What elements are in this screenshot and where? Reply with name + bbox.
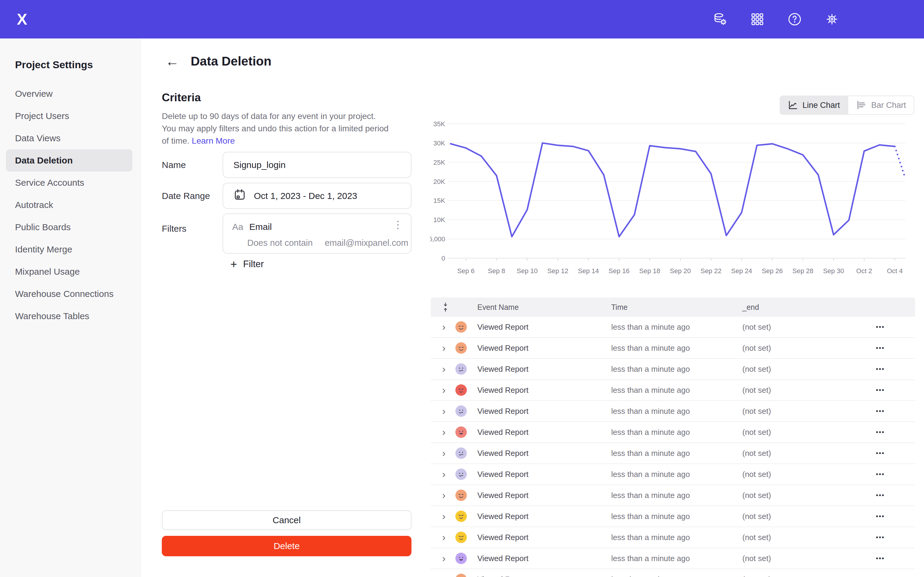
row-expand-chevron-icon[interactable]: › [442,406,446,416]
row-expand-chevron-icon[interactable]: › [442,490,446,500]
event-name-cell: Viewed Report [477,491,528,500]
event-name-cell: Viewed Report [477,575,528,577]
user-avatar [456,342,467,354]
row-expand-chevron-icon[interactable]: › [442,532,446,542]
row-actions-kebab-icon[interactable]: ••• [876,449,885,457]
filter-operator[interactable]: Does not contain [247,238,313,248]
time-cell: less than a minute ago [611,364,690,374]
row-expand-chevron-icon[interactable]: › [442,427,446,437]
date-range-value: Oct 1, 2023 - Dec 1, 2023 [254,191,357,201]
table-row[interactable]: ›Viewed Reportless than a minute ago(not… [431,527,915,548]
add-filter-label: Filter [243,259,264,269]
row-actions-kebab-icon[interactable]: ••• [876,470,885,478]
end-cell: (not set) [742,512,771,521]
plus-icon: + [230,258,237,270]
row-actions-kebab-icon[interactable]: ••• [876,575,885,577]
sidebar-item-identity-merge[interactable]: Identity Merge [6,238,132,261]
table-row[interactable]: ›Viewed Reportless than a minute ago(not… [431,401,915,422]
row-expand-chevron-icon[interactable]: › [442,448,446,458]
events-table: Event Name Time _end ›Viewed Reportless … [431,298,915,577]
time-cell: less than a minute ago [611,449,690,458]
filters-row: Filters Aa Email ⋮ Does not contain emai… [162,213,412,254]
user-avatar [456,321,467,333]
svg-text:Sep 12: Sep 12 [548,267,569,275]
filter-kebab-icon[interactable]: ⋮ [393,219,403,230]
user-avatar [456,426,467,438]
row-expand-chevron-icon[interactable]: › [442,574,446,577]
sidebar-nav: OverviewProject UsersData ViewsData Dele… [0,83,141,327]
row-expand-chevron-icon[interactable]: › [442,322,446,332]
line-chart-toggle[interactable]: Line Chart [780,95,848,115]
row-actions-kebab-icon[interactable]: ••• [876,407,885,415]
row-actions-kebab-icon[interactable]: ••• [876,492,885,499]
row-expand-chevron-icon[interactable]: › [442,343,446,353]
line-chart-icon [787,100,798,111]
event-name-cell: Viewed Report [477,364,528,374]
table-row[interactable]: ›Viewed Reportless than a minute ago(not… [431,464,915,485]
sidebar-item-service-accounts[interactable]: Service Accounts [6,172,132,194]
end-cell: (not set) [742,470,771,479]
table-row[interactable]: ›Viewed Reportless than a minute ago(not… [431,380,915,401]
apps-grid-icon[interactable] [750,12,764,26]
table-header-row: Event Name Time _end [431,298,915,317]
sidebar-item-autotrack[interactable]: Autotrack [6,194,132,216]
table-row[interactable]: ›Viewed Reportless than a minute ago(not… [431,338,915,359]
row-actions-kebab-icon[interactable]: ••• [876,323,885,331]
svg-text:Sep 30: Sep 30 [823,267,844,275]
table-row[interactable]: ›Viewed Reportless than a minute ago(not… [431,485,915,506]
sidebar-item-data-deletion[interactable]: Data Deletion [6,149,132,172]
learn-more-link[interactable]: Learn More [192,136,235,145]
row-actions-kebab-icon[interactable]: ••• [876,344,885,352]
sidebar-item-warehouse-tables[interactable]: Warehouse Tables [6,305,132,327]
filter-property[interactable]: Email [249,222,272,232]
row-expand-chevron-icon[interactable]: › [442,469,446,479]
cancel-button[interactable]: Cancel [162,510,412,530]
time-cell: less than a minute ago [611,533,690,542]
data-management-icon[interactable] [713,12,727,26]
row-expand-chevron-icon[interactable]: › [442,553,446,563]
table-row[interactable]: ›Viewed Reportless than a minute ago(not… [431,443,915,464]
row-expand-chevron-icon[interactable]: › [442,511,446,521]
row-actions-kebab-icon[interactable]: ••• [876,533,885,541]
filter-card: Aa Email ⋮ Does not contain email@mixpan… [223,213,412,254]
sort-rows-icon[interactable] [441,302,449,312]
settings-gear-icon[interactable] [825,12,839,26]
column-header-end[interactable]: _end [742,303,759,312]
table-row[interactable]: ›Viewed Reportless than a minute ago(not… [431,548,915,569]
row-actions-kebab-icon[interactable]: ••• [876,513,885,520]
sidebar-item-project-users[interactable]: Project Users [6,105,132,127]
column-header-time[interactable]: Time [611,303,628,312]
row-expand-chevron-icon[interactable]: › [442,364,446,374]
add-filter-button[interactable]: + Filter [230,258,264,270]
sidebar-item-overview[interactable]: Overview [6,83,132,105]
table-row[interactable]: ›Viewed Reportless than a minute ago(not… [431,317,915,338]
sidebar-item-warehouse-connections[interactable]: Warehouse Connections [6,283,132,305]
table-row[interactable]: ›Viewed Reportless than a minute ago(not… [431,359,915,380]
row-actions-kebab-icon[interactable]: ••• [876,554,885,562]
table-row[interactable]: ›Viewed Reportless than a minute ago(not… [431,569,915,577]
table-row[interactable]: ›Viewed Reportless than a minute ago(not… [431,422,915,443]
name-input[interactable] [233,160,401,170]
svg-text:Oct 2: Oct 2 [856,267,872,275]
sidebar-item-data-views[interactable]: Data Views [6,127,132,149]
mixpanel-logo[interactable]: X [17,10,27,28]
date-range-input[interactable]: Oct 1, 2023 - Dec 1, 2023 [223,183,412,209]
sidebar-item-public-boards[interactable]: Public Boards [6,216,132,238]
delete-button[interactable]: Delete [162,536,412,556]
filter-value[interactable]: email@mixpanel.com [325,238,409,248]
column-header-event-name[interactable]: Event Name [477,303,519,312]
help-icon[interactable] [787,12,802,26]
row-actions-kebab-icon[interactable]: ••• [876,386,885,394]
sidebar-item-mixpanel-usage[interactable]: Mixpanel Usage [6,261,132,283]
row-actions-kebab-icon[interactable]: ••• [876,428,885,436]
end-cell: (not set) [742,364,771,374]
row-actions-kebab-icon[interactable]: ••• [876,365,885,373]
row-expand-chevron-icon[interactable]: › [442,385,446,395]
bar-chart-toggle[interactable]: Bar Chart [848,95,914,115]
table-row[interactable]: ›Viewed Reportless than a minute ago(not… [431,506,915,527]
user-avatar [456,469,467,480]
end-cell: (not set) [742,533,771,542]
svg-text:Sep 14: Sep 14 [578,267,599,275]
svg-text:Sep 10: Sep 10 [517,267,538,275]
svg-text:30K: 30K [433,139,445,147]
